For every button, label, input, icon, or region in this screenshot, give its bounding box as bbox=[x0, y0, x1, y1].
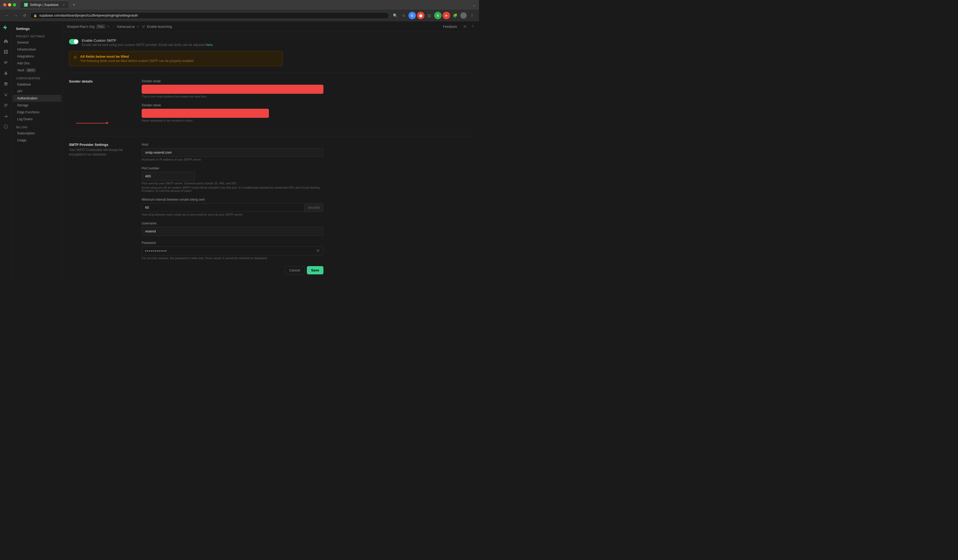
sidebar-item-authentication[interactable]: Authentication bbox=[13, 95, 61, 102]
sidebar-label-infrastructure: Infrastructure bbox=[17, 47, 36, 51]
feedback-button[interactable]: Feedback bbox=[441, 24, 459, 30]
help-icon[interactable]: ? bbox=[471, 24, 475, 30]
smtp-provider-section: SMTP Provider Settings Your SMTP Credent… bbox=[69, 143, 473, 274]
minimize-button[interactable] bbox=[8, 3, 11, 6]
sender-details-section: Sender details Sender email This is the … bbox=[69, 79, 473, 127]
rail-table-icon[interactable] bbox=[1, 47, 11, 57]
sidebar-item-integrations[interactable]: Integrations bbox=[13, 53, 61, 60]
sidebar-item-log-drains[interactable]: Log Drains bbox=[13, 116, 61, 123]
star-icon[interactable]: ☆ bbox=[400, 12, 408, 19]
port-hint-1: Port used by your SMTP server. Common po… bbox=[142, 182, 324, 185]
save-button[interactable]: Save bbox=[307, 266, 324, 274]
tab-close-button[interactable]: × bbox=[63, 3, 65, 6]
project-selector[interactable]: framecast-ai bbox=[117, 25, 139, 28]
sidebar-item-edge-functions[interactable]: Edge Functions bbox=[13, 109, 61, 116]
branch-icon bbox=[142, 25, 145, 28]
arrow-annotation bbox=[76, 123, 108, 123]
maximize-button[interactable] bbox=[13, 3, 16, 6]
rail-logs-icon[interactable] bbox=[1, 100, 11, 110]
form-divider-1 bbox=[69, 73, 473, 73]
sender-details-label-col: Sender details bbox=[69, 79, 133, 127]
close-button[interactable] bbox=[3, 3, 6, 6]
forward-button[interactable]: → bbox=[12, 12, 19, 19]
branch-label: Enable branching bbox=[147, 25, 172, 28]
rail-storage-icon[interactable] bbox=[1, 79, 11, 89]
rail-sql-icon[interactable] bbox=[1, 58, 11, 67]
warning-desc: The following fields must be filled befo… bbox=[80, 59, 194, 63]
sidebar-label-api: API bbox=[17, 90, 22, 93]
tab-favicon: ⚡ bbox=[24, 3, 28, 7]
refresh-button[interactable]: ↺ bbox=[21, 12, 28, 19]
sidebar-label-authentication: Authentication bbox=[17, 96, 37, 100]
toggle-password-icon[interactable]: 👁 bbox=[313, 247, 323, 255]
rail-advisor-icon[interactable] bbox=[1, 122, 11, 131]
smtp-link[interactable]: here. bbox=[206, 43, 213, 47]
sidebar-item-infrastructure[interactable]: Infrastructure bbox=[13, 46, 61, 53]
min-interval-input[interactable] bbox=[142, 203, 305, 212]
avatar-icon[interactable] bbox=[460, 12, 467, 19]
rail-auth-icon[interactable] bbox=[1, 68, 11, 78]
main-content: Enable Custom SMTP Emails will be sent u… bbox=[63, 32, 479, 280]
smtp-section-top: Enable Custom SMTP Emails will be sent u… bbox=[69, 38, 283, 66]
rail-home-icon[interactable] bbox=[1, 36, 11, 46]
sender-email-input-filled[interactable] bbox=[142, 85, 324, 94]
rail-reports-icon[interactable] bbox=[1, 111, 11, 121]
smtp-toggle[interactable] bbox=[69, 39, 79, 44]
content-area: Sharjeel-Riaz's Org Free / framecast-ai … bbox=[63, 21, 479, 280]
action-buttons: Cancel Save bbox=[142, 266, 324, 274]
warning-content: All fields below must be filled The foll… bbox=[80, 54, 194, 63]
org-selector[interactable]: Sharjeel-Riaz's Org Free bbox=[67, 25, 109, 28]
username-input[interactable] bbox=[142, 227, 324, 236]
svg-point-10 bbox=[143, 27, 143, 28]
sidebar-section-config: CONFIGURATION bbox=[12, 74, 62, 81]
browser-actions: 🔍 ☆ G ⬤ ◻ S ▶ 🧩 ⋮ bbox=[391, 12, 476, 19]
sidebar-item-vault[interactable]: Vault BETA bbox=[13, 67, 61, 74]
extension-icon-3[interactable]: ▶ bbox=[443, 12, 450, 19]
supabase-logo[interactable] bbox=[2, 25, 10, 32]
header-separator: / bbox=[113, 25, 114, 28]
sender-name-label: Sender name bbox=[142, 103, 324, 107]
sidebar-item-database[interactable]: Database bbox=[13, 81, 61, 88]
smtp-provider-content: Host Hostname or IP address of your SMTP… bbox=[142, 143, 324, 274]
address-bar[interactable]: 🔒 supabase.com/dashboard/project/cuzfbnl… bbox=[30, 12, 389, 19]
svg-rect-3 bbox=[6, 52, 8, 54]
browser-tab[interactable]: ⚡ Settings | Supabase × bbox=[20, 2, 68, 8]
extension-icon-1[interactable]: ◻ bbox=[425, 12, 433, 19]
mail-icon[interactable]: ✉ bbox=[462, 24, 468, 30]
svg-rect-1 bbox=[6, 50, 8, 52]
host-input[interactable] bbox=[142, 148, 324, 157]
tab-title: Settings | Supabase bbox=[30, 3, 59, 7]
more-options-button[interactable]: ⋮ bbox=[468, 12, 476, 19]
smtp-provider-title: SMTP Provider Settings bbox=[69, 143, 133, 147]
password-group: Password 👁 For security reasons, the pas… bbox=[142, 241, 324, 260]
sidebar-item-api[interactable]: API bbox=[13, 88, 61, 95]
username-label: Username bbox=[142, 221, 324, 225]
extension-icon-2[interactable]: S bbox=[434, 12, 442, 19]
branching-button[interactable]: Enable branching bbox=[142, 25, 172, 28]
form-divider-2 bbox=[69, 136, 473, 136]
sidebar-item-usage[interactable]: Usage bbox=[13, 137, 61, 144]
sender-name-input-filled[interactable] bbox=[142, 109, 269, 118]
sidebar-item-general[interactable]: General bbox=[13, 39, 61, 46]
new-tab-button[interactable]: + bbox=[71, 2, 77, 7]
back-button[interactable]: ← bbox=[3, 12, 10, 19]
svg-rect-2 bbox=[4, 52, 6, 54]
traffic-lights bbox=[3, 3, 16, 6]
browser-titlebar: ⚡ Settings | Supabase × + ⌄ bbox=[0, 0, 479, 9]
sidebar-item-subscription[interactable]: Subscription bbox=[13, 130, 61, 137]
sidebar-item-addons[interactable]: Add Ons bbox=[13, 60, 61, 67]
sidebar-section-billing: BILLING bbox=[12, 123, 62, 130]
browser-toolbar: ← → ↺ 🔒 supabase.com/dashboard/project/c… bbox=[0, 9, 479, 21]
sender-email-hint: This is the email address the emails are… bbox=[142, 95, 324, 98]
search-icon[interactable]: 🔍 bbox=[391, 12, 399, 19]
password-input[interactable] bbox=[142, 247, 313, 255]
sidebar-item-storage[interactable]: Storage bbox=[13, 102, 61, 109]
rail-functions-icon[interactable] bbox=[1, 90, 11, 100]
puzzle-icon[interactable]: 🧩 bbox=[451, 12, 459, 19]
profile-icon-2[interactable]: ⬤ bbox=[417, 12, 425, 19]
port-input[interactable] bbox=[142, 172, 195, 180]
profile-icon-1[interactable]: G bbox=[408, 12, 416, 19]
expand-button[interactable]: ⌄ bbox=[473, 3, 476, 7]
cancel-button[interactable]: Cancel bbox=[285, 266, 305, 274]
vault-badge: BETA bbox=[26, 68, 36, 72]
